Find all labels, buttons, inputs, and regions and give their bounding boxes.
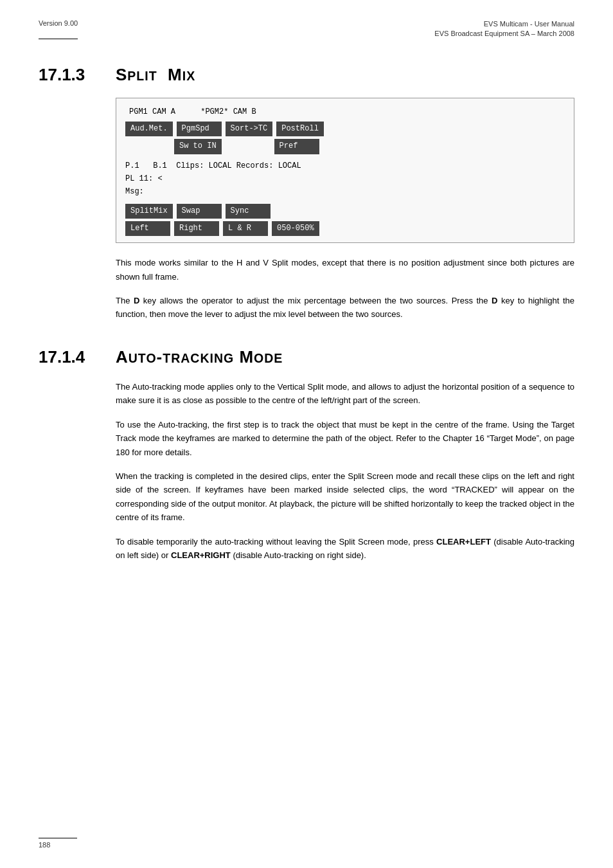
splitmix-btn: SplitMix: [125, 204, 173, 219]
terminal-display: PGM1 CAM A *PGM2* CAM B Aud.Met. PgmSpd …: [116, 98, 574, 243]
pgm2-label: *PGM2* CAM B: [197, 105, 260, 119]
para2-key-D: D: [134, 296, 139, 305]
para2-middle: key allows the operator to adjust the mi…: [139, 296, 492, 305]
pref-btn: Pref: [274, 139, 319, 154]
pgm1-label: PGM1 CAM A: [125, 105, 179, 119]
title-small-caps: SPLIT: [116, 65, 157, 84]
terminal-row2: Sw to IN Pref: [125, 139, 565, 154]
sort-tc-btn: Sort->TC: [226, 122, 273, 136]
section-17-1-4-para2: To use the Auto-tracking, the first step…: [116, 418, 574, 459]
section-17-1-4-para3: When the tracking is completed in the de…: [116, 469, 574, 525]
empty-cell-3: [274, 205, 319, 217]
left-btn: Left: [125, 221, 170, 236]
clear-left-key: CLEAR+LEFT: [436, 537, 491, 547]
info-line3: Msg:: [125, 185, 565, 198]
empty-cell-2: [226, 139, 271, 154]
terminal-btn-row1: SplitMix Swap Sync: [125, 204, 565, 219]
section-17-1-4-para4: To disable temporarily the auto-tracking…: [116, 535, 574, 563]
sw-to-in-btn: Sw to IN: [174, 139, 222, 154]
title-mix: MIX: [168, 65, 195, 84]
section-number-17-1-3: 17.1.3: [39, 65, 96, 85]
section-title-17-1-3: SPLIT MIX: [116, 65, 195, 85]
postroll-btn: PostRoll: [276, 122, 324, 136]
para2-prefix: The: [116, 296, 134, 305]
para4-suffix: (disable Auto-tracking on right side).: [231, 550, 366, 560]
section-17-1-4-header: 17.1.4 AUTO-TRACKING MODE: [39, 347, 574, 367]
page-number: 188: [39, 841, 50, 849]
clear-right-key: CLEAR+RIGHT: [171, 550, 231, 560]
info-line1: P.1 B.1 Clips: LOCAL Records: LOCAL: [125, 159, 565, 172]
para4-prefix: To disable temporarily the auto-tracking…: [116, 537, 436, 547]
section-17-1-4: 17.1.4 AUTO-TRACKING MODE The Auto-track…: [39, 347, 574, 563]
sync-btn: Sync: [226, 204, 271, 219]
aud-met-btn: Aud.Met.: [125, 122, 173, 136]
para2-key2-D: D: [492, 296, 497, 305]
manual-title: EVS Multicam - User Manual EVS Broadcast…: [434, 19, 574, 39]
terminal-header-row: PGM1 CAM A *PGM2* CAM B: [125, 105, 565, 119]
terminal-btn-row2: Left Right L & R 050-050%: [125, 221, 565, 236]
version-label: Version 9.00: [39, 19, 78, 39]
section-17-1-3-para1: This mode works similar to the H and V S…: [116, 256, 574, 284]
info-line2: PL 11: <: [125, 172, 565, 185]
section-17-1-3-para2: The D key allows the operator to adjust …: [116, 294, 574, 321]
section-17-1-3-header: 17.1.3 SPLIT MIX: [39, 65, 574, 85]
pgmspd-btn: PgmSpd: [177, 122, 222, 136]
l-r-btn: L & R: [223, 221, 268, 236]
title-line2: EVS Broadcast Equipment SA – March 2008: [434, 29, 574, 39]
page-footer: 188: [39, 838, 77, 849]
main-content: 17.1.3 SPLIT MIX PGM1 CAM A *PGM2* CAM B…: [0, 39, 613, 599]
section-title-17-1-4: AUTO-TRACKING MODE: [116, 347, 283, 367]
title-line1: EVS Multicam - User Manual: [434, 19, 574, 29]
percentage-btn: 050-050%: [272, 221, 319, 236]
section-number-17-1-4: 17.1.4: [39, 347, 96, 367]
right-btn: Right: [174, 221, 219, 236]
empty-cell-1: [125, 139, 170, 154]
info-lines: P.1 B.1 Clips: LOCAL Records: LOCAL PL 1…: [125, 159, 565, 199]
page-header: Version 9.00 EVS Multicam - User Manual …: [0, 0, 613, 39]
swap-btn: Swap: [177, 204, 222, 219]
section-17-1-4-para1: The Auto-tracking mode applies only to t…: [116, 380, 574, 408]
terminal-row1: Aud.Met. PgmSpd Sort->TC PostRoll: [125, 122, 565, 136]
